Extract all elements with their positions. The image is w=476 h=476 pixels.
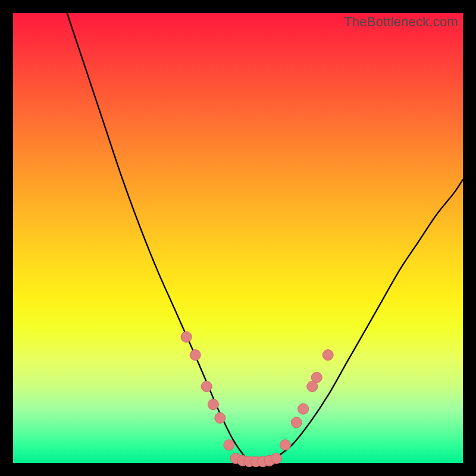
bottleneck-curve-svg	[13, 13, 463, 463]
curve-marker	[208, 399, 218, 410]
curve-marker	[271, 453, 281, 464]
curve-marker	[322, 350, 333, 361]
curve-marker	[224, 440, 234, 450]
curve-marker	[181, 331, 192, 342]
curve-markers	[181, 331, 333, 466]
curve-marker	[298, 403, 309, 414]
plot-area: TheBottleneck.com	[13, 13, 463, 463]
curve-marker	[291, 417, 302, 428]
curve-marker	[280, 440, 290, 450]
curve-marker	[311, 372, 322, 383]
curve-marker	[190, 350, 201, 361]
bottleneck-curve-path	[67, 13, 463, 463]
chart-frame: TheBottleneck.com	[0, 0, 476, 476]
curve-marker	[215, 412, 226, 423]
curve-marker	[201, 381, 212, 392]
